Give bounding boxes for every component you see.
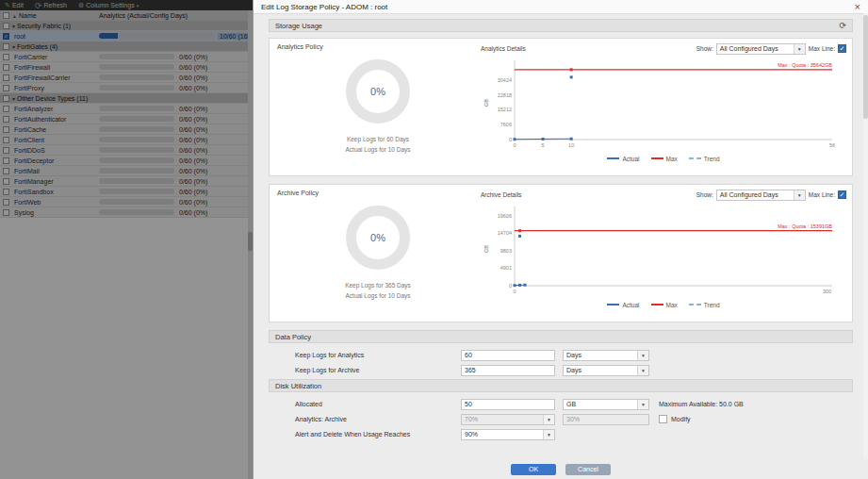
- legend-item: Actual: [607, 156, 639, 162]
- app-window: ✎ Edit ⟳ Refresh ⚙ Column Settings ▾ ▲ N…: [0, 0, 868, 479]
- analytics-details-title: Analytics Details: [481, 45, 526, 52]
- svg-text:30424: 30424: [498, 77, 512, 83]
- ratio-label: Analytics: Archive: [295, 416, 461, 422]
- modify-label: Modify: [671, 416, 691, 422]
- svg-text:10: 10: [568, 142, 574, 148]
- device-panel: ✎ Edit ⟳ Refresh ⚙ Column Settings ▾ ▲ N…: [0, 0, 253, 479]
- ok-button[interactable]: OK: [511, 464, 556, 475]
- archive-chart-legend: ActualMaxTrend: [481, 299, 846, 310]
- svg-text:7606: 7606: [500, 122, 512, 127]
- allocated-unit-select[interactable]: GB▼: [563, 399, 649, 410]
- analytics-keep-days-text: Keep Logs for 60 Days: [345, 134, 410, 144]
- chevron-down-icon: ▼: [637, 400, 648, 409]
- allocated-row: Allocated GB▼ Maximum Available: 50.0 GB: [269, 398, 853, 410]
- alert-label: Alert and Delete When Usage Reaches: [295, 431, 461, 438]
- cancel-button[interactable]: Cancel: [565, 464, 611, 475]
- archive-donut-chart: 0%: [346, 206, 410, 270]
- keep-analytics-row: Keep Logs for Analytics Days▼: [269, 349, 853, 361]
- svg-text:22818: 22818: [498, 92, 512, 98]
- allocated-label: Allocated: [295, 401, 461, 407]
- chevron-down-icon: ▼: [794, 190, 805, 200]
- show-label: Show:: [696, 191, 713, 198]
- keep-analytics-label: Keep Logs for Analytics: [295, 352, 461, 358]
- close-icon[interactable]: ×: [855, 2, 860, 12]
- alert-row: Alert and Delete When Usage Reaches 90%▼: [269, 428, 853, 440]
- alert-threshold-select[interactable]: 90%▼: [461, 429, 555, 440]
- keep-analytics-unit-select[interactable]: Days▼: [563, 350, 649, 361]
- analytics-chart-legend: ActualMaxTrend: [481, 153, 846, 164]
- ratio-archive-input: [563, 414, 649, 425]
- analytics-donut-value: 0%: [370, 86, 385, 97]
- legend-item: Trend: [689, 156, 720, 162]
- svg-text:56: 56: [829, 142, 835, 148]
- archive-actual-days-text: Actual Logs for 10 Days: [345, 290, 411, 301]
- chevron-down-icon: ▼: [543, 430, 554, 439]
- analytics-show-value: All Configured Days: [720, 45, 778, 52]
- keep-archive-unit-value: Days: [566, 367, 581, 373]
- disk-utilization-heading: Disk Utilization: [275, 382, 321, 390]
- alert-threshold-value: 90%: [465, 431, 478, 438]
- analytics-max-line-checkbox[interactable]: ✓: [838, 44, 846, 53]
- keep-archive-label: Keep Logs for Archive: [295, 367, 461, 373]
- section-data-policy: Data Policy: [269, 330, 853, 343]
- archive-policy-panel: Archive Policy 0% Keep Logs for 365 Days…: [269, 184, 853, 322]
- archive-show-value: All Configured Days: [720, 191, 778, 198]
- chevron-down-icon: ▼: [637, 366, 648, 375]
- ratio-row: Analytics: Archive 70%▼ Modify: [269, 413, 853, 425]
- archive-details-title: Archive Details: [481, 191, 521, 198]
- legend-item: Max: [651, 156, 678, 162]
- keep-archive-row: Keep Logs for Archive Days▼: [269, 364, 853, 376]
- allocated-unit-value: GB: [566, 401, 576, 407]
- data-policy-heading: Data Policy: [275, 333, 311, 341]
- analytics-donut-block: 0% Keep Logs for 60 Days Actual Logs for…: [275, 42, 481, 172]
- svg-text:Max : Quota : 35642GB: Max : Quota : 35642GB: [778, 62, 832, 68]
- dialog-body: Storage Usage ⟳ Analytics Policy 0% Keep…: [254, 13, 868, 459]
- ratio-analytics-select[interactable]: 70%▼: [461, 414, 555, 425]
- keep-analytics-input[interactable]: [461, 350, 555, 361]
- svg-text:0: 0: [509, 283, 512, 289]
- svg-text:GB: GB: [483, 99, 489, 107]
- archive-donut-caption: Keep Logs for 365 Days Actual Logs for 1…: [345, 280, 411, 301]
- svg-text:9803: 9803: [500, 248, 512, 254]
- analytics-line-chart: 07606152122281830424051056Max : Quota : …: [481, 55, 842, 153]
- ratio-analytics-value: 70%: [465, 416, 478, 422]
- archive-line-chart: 04901980314704196060300Max : Quota : 153…: [481, 201, 842, 299]
- svg-text:0: 0: [509, 137, 512, 142]
- section-storage-usage: Storage Usage ⟳: [269, 19, 853, 32]
- analytics-details-block: Analytics Details Show: All Configured D…: [481, 42, 846, 172]
- dialog-scrollbar-thumb[interactable]: [863, 15, 868, 119]
- modal-backdrop: [0, 0, 253, 479]
- archive-donut-value: 0%: [370, 232, 385, 243]
- archive-max-line-checkbox[interactable]: ✓: [838, 190, 846, 199]
- analytics-policy-panel: Analytics Policy 0% Keep Logs for 60 Day…: [269, 38, 853, 176]
- max-available-text: Maximum Available: 50.0 GB: [659, 401, 744, 407]
- dialog-title-bar: Edit Log Storage Policy - ADOM : root ×: [254, 0, 868, 14]
- archive-show-select[interactable]: All Configured Days▼: [716, 190, 806, 201]
- svg-text:GB: GB: [483, 245, 489, 253]
- dialog-scrollbar[interactable]: [863, 13, 868, 459]
- chevron-down-icon: ▼: [794, 44, 805, 54]
- legend-item: Max: [651, 302, 678, 308]
- show-label: Show:: [696, 45, 713, 52]
- chevron-down-icon: ▼: [637, 351, 648, 360]
- analytics-donut-chart: 0%: [346, 59, 410, 124]
- modify-checkbox[interactable]: [659, 415, 667, 423]
- keep-analytics-unit-value: Days: [566, 352, 581, 358]
- archive-details-block: Archive Details Show: All Configured Day…: [481, 189, 846, 318]
- allocated-input[interactable]: [461, 399, 555, 410]
- section-refresh-icon[interactable]: ⟳: [839, 21, 846, 30]
- svg-text:Max : Quota : 15391GB: Max : Quota : 15391GB: [778, 223, 832, 229]
- analytics-donut-caption: Keep Logs for 60 Days Actual Logs for 10…: [345, 134, 410, 155]
- edit-log-storage-dialog: Edit Log Storage Policy - ADOM : root × …: [253, 0, 868, 479]
- archive-donut-block: 0% Keep Logs for 365 Days Actual Logs fo…: [275, 189, 481, 318]
- keep-archive-unit-select[interactable]: Days▼: [563, 365, 649, 376]
- dialog-footer: OK Cancel: [254, 459, 868, 479]
- svg-text:0: 0: [513, 142, 516, 148]
- archive-keep-days-text: Keep Logs for 365 Days: [345, 280, 411, 290]
- legend-item: Actual: [607, 302, 639, 308]
- analytics-policy-title: Analytics Policy: [277, 43, 323, 50]
- svg-text:5: 5: [542, 142, 545, 148]
- analytics-show-select[interactable]: All Configured Days▼: [716, 43, 806, 55]
- keep-archive-input[interactable]: [461, 365, 555, 376]
- dialog-title: Edit Log Storage Policy - ADOM : root: [261, 3, 387, 11]
